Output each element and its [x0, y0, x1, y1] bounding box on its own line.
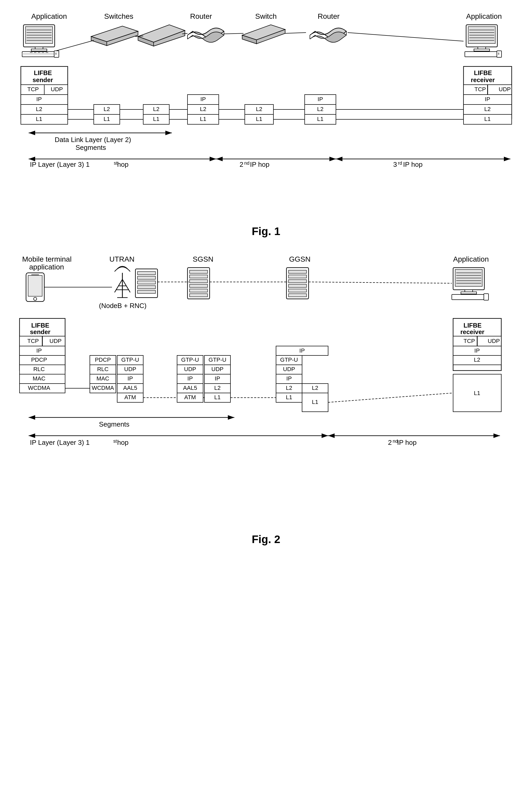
switch-label: Switch — [255, 12, 277, 20]
svg-text:L2: L2 — [104, 106, 110, 112]
svg-text:IP Layer (Layer 3) 1: IP Layer (Layer 3) 1 — [30, 160, 89, 168]
svg-text:L1: L1 — [474, 390, 480, 396]
svg-text:L1: L1 — [256, 116, 262, 122]
svg-text:UDP: UDP — [211, 366, 223, 372]
svg-text:Mobile terminal: Mobile terminal — [22, 255, 71, 263]
svg-text:IP hop: IP hop — [403, 160, 423, 168]
svg-text:receiver: receiver — [461, 328, 484, 335]
svg-text:L2: L2 — [153, 106, 159, 112]
svg-rect-9 — [31, 49, 47, 51]
svg-text:IP: IP — [187, 375, 193, 382]
fig1-svg: Application Switches Router Switch Route… — [16, 11, 516, 219]
svg-text:RLC: RLC — [33, 366, 45, 372]
svg-rect-40 — [474, 49, 490, 51]
svg-text:L1: L1 — [286, 394, 292, 400]
svg-text:8: 8 — [498, 52, 499, 55]
svg-text:LIFBE: LIFBE — [31, 322, 49, 329]
svg-text:IP: IP — [485, 96, 490, 102]
svg-rect-41 — [465, 52, 499, 57]
svg-rect-146 — [138, 272, 156, 275]
svg-text:L2: L2 — [36, 106, 42, 112]
svg-rect-160 — [288, 270, 306, 273]
svg-rect-188 — [20, 346, 65, 355]
svg-text:IP: IP — [37, 347, 42, 354]
svg-text:UDP: UDP — [124, 366, 136, 372]
svg-rect-165 — [288, 294, 306, 297]
svg-text:L2: L2 — [214, 385, 221, 391]
figure-1: Application Switches Router Switch Route… — [16, 11, 516, 238]
svg-text:ATM: ATM — [124, 394, 136, 400]
svg-text:sender: sender — [33, 76, 53, 83]
svg-text:L1: L1 — [36, 116, 42, 122]
svg-text:receiver: receiver — [471, 76, 495, 83]
svg-text:L1: L1 — [200, 116, 206, 122]
svg-text:L2: L2 — [200, 106, 206, 112]
svg-rect-12 — [34, 52, 37, 53]
svg-text:Application: Application — [31, 12, 67, 20]
svg-text:L2: L2 — [474, 356, 480, 363]
svg-rect-59 — [21, 104, 68, 114]
svg-text:LIFBE: LIFBE — [34, 69, 52, 76]
svg-text:GTP-U: GTP-U — [209, 356, 226, 363]
svg-text:L2: L2 — [312, 385, 318, 391]
svg-text:2: 2 — [240, 160, 243, 168]
svg-text:hop: hop — [117, 160, 128, 168]
svg-rect-149 — [138, 285, 156, 289]
svg-text:GGSN: GGSN — [289, 255, 310, 263]
svg-text:MAC: MAC — [97, 375, 109, 382]
svg-text:LIFBE: LIFBE — [474, 69, 492, 76]
svg-text:hop: hop — [117, 438, 128, 446]
svg-text:IP: IP — [286, 375, 292, 382]
svg-text:(NodeB + RNC): (NodeB + RNC) — [99, 302, 147, 310]
svg-text:IP: IP — [474, 347, 480, 354]
svg-text:IP: IP — [215, 375, 220, 382]
svg-rect-15 — [45, 52, 48, 53]
svg-rect-162 — [288, 280, 306, 283]
switches-label: Switches — [104, 12, 133, 20]
router-label-2: Router — [318, 12, 340, 20]
svg-text:sender: sender — [30, 328, 50, 335]
fig2-title: Fig. 2 — [16, 533, 516, 546]
svg-text:L2: L2 — [317, 106, 323, 112]
svg-text:TCP: TCP — [27, 86, 39, 93]
svg-text:GTP-U: GTP-U — [121, 356, 139, 363]
svg-text:rd: rd — [398, 160, 402, 166]
svg-text:IP hop: IP hop — [397, 438, 417, 446]
svg-rect-163 — [288, 284, 306, 288]
svg-rect-11 — [30, 52, 33, 53]
svg-text:UTRAN: UTRAN — [109, 255, 135, 263]
svg-text:MAC: MAC — [33, 375, 45, 382]
svg-text:Segments: Segments — [76, 143, 106, 152]
svg-text:L1: L1 — [104, 116, 110, 122]
svg-text:PDCP: PDCP — [31, 356, 47, 363]
svg-text:L2: L2 — [256, 106, 262, 112]
svg-text:TCP: TCP — [464, 338, 475, 344]
svg-text:Application: Application — [453, 255, 489, 263]
svg-text:UDP: UDP — [51, 86, 63, 93]
svg-text:IP: IP — [128, 375, 133, 382]
svg-text:L1: L1 — [312, 399, 318, 405]
figure-2: Mobile terminal application UTRAN SGSN G… — [16, 253, 516, 546]
svg-rect-175 — [452, 294, 486, 300]
svg-rect-154 — [189, 275, 207, 278]
svg-text:IP: IP — [37, 96, 42, 102]
svg-rect-158 — [189, 294, 207, 297]
svg-text:L2: L2 — [484, 106, 491, 112]
svg-rect-61 — [21, 114, 68, 124]
svg-text:IP: IP — [300, 347, 305, 354]
svg-text:L1: L1 — [153, 116, 159, 122]
svg-text:UDP: UDP — [49, 338, 61, 344]
svg-rect-136 — [28, 275, 42, 296]
svg-text:WCDMA: WCDMA — [92, 385, 114, 391]
svg-rect-14 — [42, 52, 44, 53]
svg-rect-164 — [288, 289, 306, 292]
svg-text:UDP: UDP — [499, 86, 511, 93]
svg-text:st: st — [113, 438, 117, 444]
svg-rect-57 — [21, 95, 68, 104]
svg-line-180 — [309, 282, 452, 283]
svg-text:IP: IP — [318, 96, 323, 102]
svg-text:GTP-U: GTP-U — [181, 356, 199, 363]
svg-rect-153 — [189, 270, 207, 273]
svg-text:L1: L1 — [214, 394, 221, 400]
svg-line-48 — [285, 33, 306, 33]
